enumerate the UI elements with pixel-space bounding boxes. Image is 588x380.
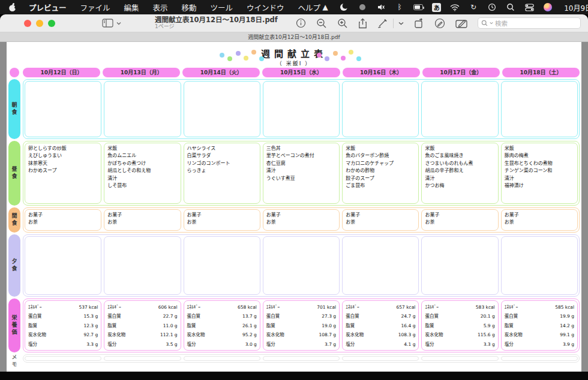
row-cells-dinner: [23, 234, 580, 297]
info-button[interactable]: [296, 18, 306, 28]
menu-item-4[interactable]: 移動: [182, 2, 197, 13]
siri-icon[interactable]: [543, 2, 553, 12]
sidebar-toggle-button[interactable]: [102, 19, 121, 28]
menu-item-text: かつお梅: [425, 182, 494, 189]
wifi-icon[interactable]: [450, 2, 460, 12]
window-titlebar: 週間献立表10月12日〜10月18日.pdf 1ページ: [0, 14, 588, 32]
weekly-menu-table: 10月12日（日）10月13日（月）10月14日（火）10月15日（水）10月1…: [8, 68, 580, 369]
nutrition-row: ｴﾈﾙｷﾞｰ537 kcal: [28, 303, 98, 312]
menu-item-text: 胡瓜としその和え物: [107, 167, 177, 174]
nutrition-value: 99.1 g: [560, 331, 574, 339]
search-input[interactable]: [495, 20, 561, 27]
search-field[interactable]: [478, 17, 581, 29]
nutrition-value: 108.7 g: [319, 331, 337, 339]
nutrition-value: 20.1 g: [481, 313, 495, 320]
clock-icon[interactable]: [487, 2, 497, 12]
nutrition-label: 蛋白質: [28, 313, 42, 320]
toolbar: [296, 17, 581, 29]
tab-bar[interactable]: 週間献立表10月12日〜10月18日.pdf: [0, 32, 588, 42]
row-label-breakfast: 朝食: [8, 79, 20, 139]
zoom-in-button[interactable]: [337, 18, 348, 29]
nutrition-label: 炭水化物: [266, 331, 284, 339]
nutrition-row: 炭水化物95.2 g: [187, 331, 257, 340]
dot-icon: [236, 51, 241, 56]
window-title-block: 週間献立表10月12日〜10月18日.pdf 1ページ: [155, 16, 278, 30]
rotate-button[interactable]: [414, 18, 424, 29]
moon-icon[interactable]: [339, 2, 349, 12]
markup-toolbar-button[interactable]: [455, 19, 467, 28]
menu-item-text: 卵としらすの炒飯: [28, 145, 98, 152]
menu-item-1[interactable]: ファイル: [80, 2, 110, 13]
control-center-icon[interactable]: [524, 2, 534, 12]
nutrition-row: 炭水化物99.1 g: [505, 331, 574, 340]
nutrition-value: 13.7 g: [242, 313, 257, 320]
nutrition-row: 炭水化物108.7 g: [266, 331, 336, 340]
dot-icon[interactable]: [358, 2, 367, 12]
draw-button[interactable]: [434, 18, 445, 29]
memo-cell-1: [104, 356, 181, 361]
nutrition-value: 3.3 g: [484, 341, 495, 348]
battery-icon[interactable]: [413, 2, 423, 12]
nutrition-row: 脂質12.3 g: [28, 321, 98, 331]
mute-icon[interactable]: [376, 2, 386, 12]
menu-item-7[interactable]: ヘルプ: [298, 2, 321, 13]
nutrition-row: ｴﾈﾙｷﾞｰ606 kcal: [107, 303, 177, 312]
dot-icon: [349, 50, 353, 55]
menu-item-text: お菓子: [425, 212, 494, 219]
row-band-nutrition: 栄養価ｴﾈﾙｷﾞｰ537 kcal蛋白質15.3 g脂質12.3 g炭水化物92…: [8, 298, 580, 352]
menu-item-text: お茶: [346, 219, 415, 226]
lunch-cell-0: 卵としらすの炒飯えびしゅうまい抹茶寒天わかめスープ: [25, 143, 101, 204]
input-source-ja-icon[interactable]: あ: [432, 3, 441, 12]
menu-item-6[interactable]: ウインドウ: [247, 2, 284, 13]
breakfast-cell-5: [421, 81, 498, 137]
nutrition-row: 炭水化物108.3 g: [346, 331, 415, 340]
sync-icon[interactable]: ↻: [469, 2, 478, 12]
lunch-cell-6: 米飯豚肉の梅煮生昆布とちくわの煮物チンゲン菜のコーン和清汁福神漬け: [501, 143, 578, 204]
row-band-memo: メモ: [8, 354, 580, 369]
lunch-cell-5: 米飯魚のごま風味焼きさつまいものれもん煮胡瓜の辛子酢和え清汁かつお梅: [421, 143, 498, 204]
pdf-viewer: 週間献立表 （ 米飯Ⅰ ） 10月12日（日）10月13日（月）10月14日（火…: [0, 42, 588, 372]
menu-item-2[interactable]: 編集: [124, 2, 139, 13]
nutrition-row: 蛋白質20.1 g: [425, 312, 494, 322]
date-header-1: 10月13日（月）: [103, 68, 180, 77]
nutrition-cell-0: ｴﾈﾙｷﾞｰ537 kcal蛋白質15.3 g脂質12.3 g炭水化物92.7 …: [25, 300, 101, 351]
zoom-out-button[interactable]: [316, 18, 327, 29]
nutrition-row: ｴﾈﾙｷﾞｰ583 kcal: [425, 303, 494, 312]
nutrition-value: 4.1 g: [404, 341, 415, 348]
menu-item-text: お菓子: [187, 212, 257, 219]
nutrition-label: 炭水化物: [28, 331, 46, 339]
toolbar-divider: [393, 19, 394, 28]
nutrition-value: 3.0 g: [245, 341, 257, 348]
menu-item-text: お茶: [505, 219, 574, 226]
nutrition-label: 脂質: [425, 322, 434, 330]
menu-item-5[interactable]: ツール: [211, 2, 233, 13]
minimize-button[interactable]: [36, 20, 43, 27]
spotlight-search-icon[interactable]: [506, 2, 515, 12]
row-band-lunch: 昼食卵としらすの炒飯えびしゅうまい抹茶寒天わかめスープ米飯魚のムニエルかぼちゃの…: [8, 141, 580, 206]
menu-item-text: マカロニのケチャップ: [346, 160, 415, 167]
highlight-dropdown-button[interactable]: [398, 22, 404, 25]
date-header-3: 10月15日（水）: [262, 68, 340, 77]
menu-item-text: 三色丼: [266, 145, 336, 152]
highlight-button[interactable]: [377, 19, 388, 28]
nutrition-value: 11.0 g: [163, 322, 178, 330]
menu-item-0[interactable]: プレビュー: [29, 2, 67, 13]
menu-bar-clock[interactable]: 10月9日(木) 6:57: [564, 2, 588, 13]
breakfast-cell-0: [25, 81, 101, 137]
nutrition-row: 蛋白質15.3 g: [28, 312, 98, 322]
menu-item-text: お菓子: [107, 212, 177, 219]
menu-item-text: お菓子: [505, 212, 574, 219]
nutrition-row: ｴﾈﾙｷﾞｰ658 kcal: [187, 303, 257, 312]
share-button[interactable]: [358, 18, 367, 29]
bluetooth-icon[interactable]: ᛒ: [395, 2, 404, 12]
corner-dot: [10, 68, 19, 77]
dot-icon: [356, 56, 361, 61]
apple-menu-icon[interactable]: [8, 2, 17, 12]
menu-item-3[interactable]: 表示: [153, 2, 168, 13]
menu-item-text: 生昆布とちくわの煮物: [505, 160, 574, 167]
triangle-icon[interactable]: ▲: [320, 2, 330, 12]
row-cells-lunch: 卵としらすの炒飯えびしゅうまい抹茶寒天わかめスープ米飯魚のムニエルかぼちゃの煮つ…: [23, 141, 580, 206]
memo-cell-6: [501, 356, 578, 361]
fullscreen-button[interactable]: [48, 20, 55, 27]
close-button[interactable]: [24, 20, 31, 27]
